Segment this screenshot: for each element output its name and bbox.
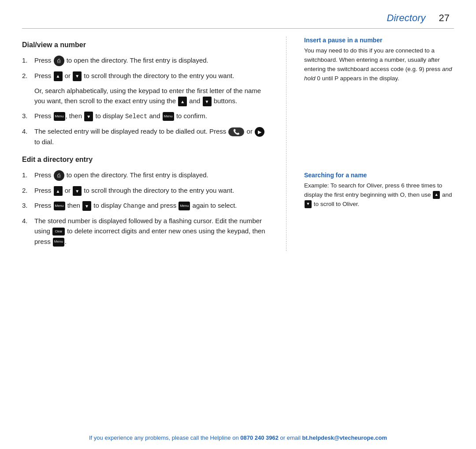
step-2-2: 2. Press ▲ or ▼ to scroll through the di… — [22, 185, 268, 196]
step-body: The selected entry will be displayed rea… — [34, 126, 268, 147]
step-body: Press Menu then ▼ to display Change and … — [34, 200, 268, 211]
or-note: Or, search alphabetically, using the key… — [22, 86, 268, 106]
step-1-3: 3. Press Menu, then ▼ to display Select … — [22, 111, 268, 122]
step-body: Press Menu, then ▼ to display Select and… — [34, 111, 268, 122]
step-num: 2. — [22, 185, 34, 196]
right-column: Insert a pause in a number You may need … — [286, 37, 454, 251]
header-title: Directory — [387, 12, 426, 24]
select-label: Select — [125, 113, 147, 120]
directory-icon: ⎙ — [54, 56, 64, 66]
step-num: 2. — [22, 71, 34, 81]
left-column: Dial/view a number 1. Press ⎙ to open th… — [22, 37, 286, 251]
change-label: Change — [123, 202, 145, 210]
sidebar-pause-text: You may need to do this if you are conne… — [304, 46, 454, 83]
arrow-down-icon-4: ▼ — [73, 186, 82, 196]
header-divider — [22, 28, 454, 29]
step-num: 3. — [22, 111, 34, 121]
arrow-down-icon-2: ▼ — [203, 97, 212, 106]
arrow-down-icon: ▼ — [73, 71, 82, 81]
arrow-down-icon-sidebar: ▼ — [305, 200, 312, 208]
helpline-number: 0870 240 3962 — [240, 434, 279, 441]
step-num: 1. — [22, 55, 34, 66]
step-body: Press ▲ or ▼ to scroll through the direc… — [34, 185, 268, 196]
step-body: The stored number is displayed followed … — [34, 216, 268, 247]
sidebar-search-text: Example: To search for Oliver, press 6 t… — [304, 181, 454, 209]
arrow-up-icon-2: ▲ — [178, 97, 187, 106]
section1-title: Dial/view a number — [22, 41, 268, 49]
step-1-2: 2. Press ▲ or ▼ to scroll through the di… — [22, 71, 268, 81]
step-body: Press ⎙ to open the directory. The first… — [34, 55, 268, 66]
step-2-4: 4. The stored number is displayed follow… — [22, 216, 268, 247]
helpline-email: bt.helpdesk@vtecheurope.com — [302, 434, 387, 441]
footer-text: If you experience any problems, please c… — [89, 434, 387, 441]
speaker-icon: ▶ — [255, 127, 264, 137]
clear-icon: Clear — [52, 228, 65, 236]
section2-steps: 1. Press ⎙ to open the directory. The fi… — [22, 170, 268, 247]
step-2-1: 1. Press ⎙ to open the directory. The fi… — [22, 170, 268, 181]
arrow-up-icon-3: ▲ — [54, 186, 63, 196]
main-content: Dial/view a number 1. Press ⎙ to open th… — [0, 37, 476, 251]
menu-icon-5: Menu — [53, 238, 64, 247]
sidebar-search-heading: Searching for a name — [304, 172, 454, 179]
header-page-number: 27 — [439, 12, 450, 24]
menu-icon-2: Menu — [163, 112, 174, 121]
step-num: 4. — [22, 126, 34, 137]
menu-icon-3: Menu — [54, 202, 65, 210]
footer: If you experience any problems, please c… — [0, 434, 476, 441]
call-icon — [228, 127, 244, 136]
page-header: Directory 27 — [0, 0, 476, 28]
step-num: 1. — [22, 170, 34, 180]
section1-steps-cont: 3. Press Menu, then ▼ to display Select … — [22, 111, 268, 147]
step-2-3: 3. Press Menu then ▼ to display Change a… — [22, 200, 268, 211]
menu-icon-4: Menu — [178, 202, 190, 210]
arrow-down-icon-5: ▼ — [82, 201, 91, 211]
step-num: 3. — [22, 200, 34, 211]
arrow-up-icon: ▲ — [54, 71, 63, 81]
section1-steps: 1. Press ⎙ to open the directory. The fi… — [22, 55, 268, 81]
step-body: Press ⎙ to open the directory. The first… — [34, 170, 268, 181]
sidebar-pause-heading: Insert a pause in a number — [304, 37, 454, 44]
arrow-down-icon-3: ▼ — [84, 112, 93, 121]
directory-icon-2: ⎙ — [54, 170, 64, 181]
arrow-up-icon-sidebar: ▲ — [433, 191, 440, 199]
section2-title: Edit a directory entry — [22, 156, 268, 164]
step-num: 4. — [22, 216, 34, 226]
step-body: Press ▲ or ▼ to scroll through the direc… — [34, 71, 268, 81]
sidebar-pause-section: Insert a pause in a number You may need … — [304, 37, 454, 83]
step-1-4: 4. The selected entry will be displayed … — [22, 126, 268, 147]
step-1-1: 1. Press ⎙ to open the directory. The fi… — [22, 55, 268, 66]
sidebar-search-section: Searching for a name Example: To search … — [304, 172, 454, 209]
menu-icon: Menu — [54, 112, 65, 121]
